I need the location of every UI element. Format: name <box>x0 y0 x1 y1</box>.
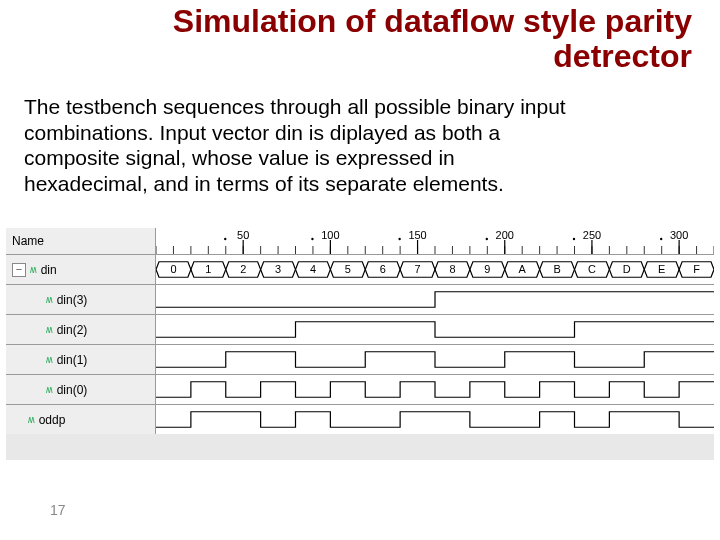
signal-label: oddp <box>39 413 66 427</box>
svg-text:7: 7 <box>415 264 421 276</box>
svg-text:100: 100 <box>321 229 339 241</box>
wave-icon: ʍ <box>46 323 53 336</box>
svg-text:F: F <box>693 264 700 276</box>
slide-body: The testbench sequences through all poss… <box>24 94 584 196</box>
svg-point-35 <box>224 238 226 240</box>
svg-point-50 <box>660 238 662 240</box>
wave-oddp <box>156 405 714 434</box>
signal-row-din3[interactable]: ʍ din(3) <box>6 285 156 314</box>
svg-text:C: C <box>588 264 596 276</box>
wave-din0 <box>156 375 714 404</box>
svg-text:A: A <box>519 264 527 276</box>
signal-row-din[interactable]: − ʍ din <box>6 255 156 284</box>
wave-icon: ʍ <box>46 383 53 396</box>
name-column-header: Name <box>6 228 156 254</box>
svg-text:E: E <box>658 264 665 276</box>
svg-text:5: 5 <box>345 264 351 276</box>
svg-text:200: 200 <box>496 229 514 241</box>
svg-text:250: 250 <box>583 229 601 241</box>
svg-text:8: 8 <box>449 264 455 276</box>
svg-text:B: B <box>553 264 560 276</box>
waveform-viewer: Name 50100150200250300 − ʍ din 012345678… <box>6 228 714 460</box>
signal-label: din(0) <box>57 383 88 397</box>
wave-din3 <box>156 285 714 314</box>
wave-icon: ʍ <box>30 263 37 276</box>
svg-text:0: 0 <box>170 264 176 276</box>
name-header-label: Name <box>12 234 44 248</box>
page-number: 17 <box>50 502 66 518</box>
svg-point-41 <box>398 238 400 240</box>
signal-row-oddp[interactable]: ʍ oddp <box>6 405 156 434</box>
svg-text:D: D <box>623 264 631 276</box>
svg-text:50: 50 <box>237 229 249 241</box>
wave-icon: ʍ <box>46 293 53 306</box>
svg-text:300: 300 <box>670 229 688 241</box>
svg-text:3: 3 <box>275 264 281 276</box>
svg-text:4: 4 <box>310 264 316 276</box>
signal-label: din(2) <box>57 323 88 337</box>
signal-label: din(1) <box>57 353 88 367</box>
slide-title: Simulation of dataflow style parity detr… <box>132 4 692 73</box>
svg-text:9: 9 <box>484 264 490 276</box>
time-ruler: 50100150200250300 <box>156 228 714 254</box>
signal-row-din2[interactable]: ʍ din(2) <box>6 315 156 344</box>
signal-row-din0[interactable]: ʍ din(0) <box>6 375 156 404</box>
signal-row-din1[interactable]: ʍ din(1) <box>6 345 156 374</box>
collapse-icon[interactable]: − <box>12 263 26 277</box>
svg-point-38 <box>311 238 313 240</box>
svg-point-44 <box>486 238 488 240</box>
svg-text:2: 2 <box>240 264 246 276</box>
svg-point-47 <box>573 238 575 240</box>
signal-label: din(3) <box>57 293 88 307</box>
wave-icon: ʍ <box>46 353 53 366</box>
svg-text:1: 1 <box>205 264 211 276</box>
wave-din1 <box>156 345 714 374</box>
wave-din2 <box>156 315 714 344</box>
wave-icon: ʍ <box>28 413 35 426</box>
bus-wave-din: 0123456789ABCDEF <box>156 255 714 284</box>
signal-label: din <box>41 263 57 277</box>
svg-text:150: 150 <box>408 229 426 241</box>
svg-text:6: 6 <box>380 264 386 276</box>
